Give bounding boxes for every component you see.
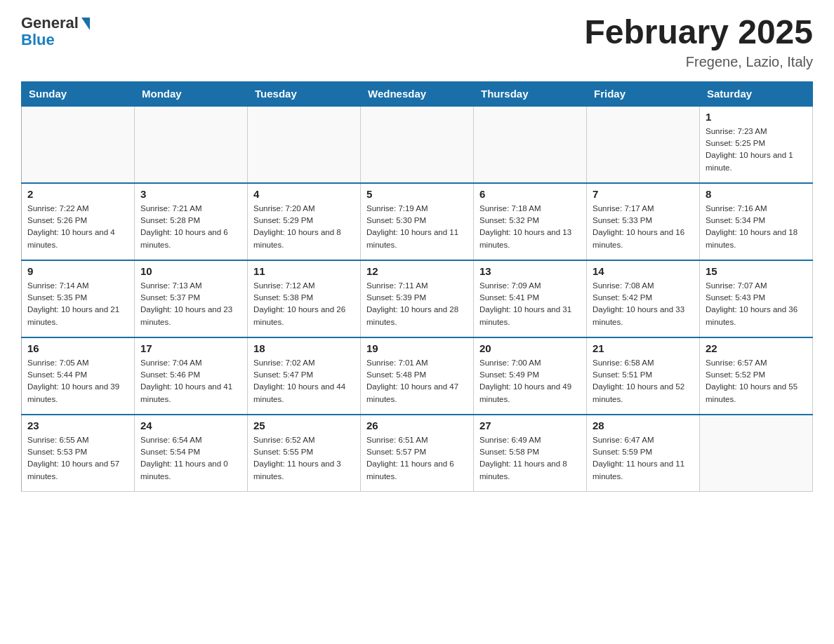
- calendar-cell: 7Sunrise: 7:17 AMSunset: 5:33 PMDaylight…: [587, 183, 700, 260]
- day-info: Sunrise: 6:51 AMSunset: 5:57 PMDaylight:…: [366, 434, 468, 483]
- calendar-cell: [361, 106, 474, 183]
- logo-general: General: [21, 14, 79, 32]
- day-info: Sunrise: 6:52 AMSunset: 5:55 PMDaylight:…: [253, 434, 355, 483]
- day-number: 24: [140, 420, 241, 431]
- day-info: Sunrise: 7:04 AMSunset: 5:46 PMDaylight:…: [140, 357, 241, 405]
- day-number: 10: [140, 265, 241, 277]
- header-thursday: Thursday: [474, 81, 587, 106]
- calendar-cell: 3Sunrise: 7:21 AMSunset: 5:28 PMDaylight…: [135, 183, 248, 260]
- day-info: Sunrise: 7:02 AMSunset: 5:47 PMDaylight:…: [253, 357, 355, 405]
- day-info: Sunrise: 7:13 AMSunset: 5:37 PMDaylight:…: [140, 280, 241, 328]
- day-info: Sunrise: 7:01 AMSunset: 5:48 PMDaylight:…: [366, 357, 468, 405]
- day-number: 4: [253, 188, 355, 200]
- calendar-cell: 2Sunrise: 7:22 AMSunset: 5:26 PMDaylight…: [22, 183, 135, 260]
- calendar-cell: 12Sunrise: 7:11 AMSunset: 5:39 PMDayligh…: [361, 260, 474, 337]
- calendar-cell: [474, 106, 587, 183]
- day-number: 19: [366, 342, 468, 354]
- calendar-cell: 15Sunrise: 7:07 AMSunset: 5:43 PMDayligh…: [700, 260, 813, 337]
- calendar-week-row: 23Sunrise: 6:55 AMSunset: 5:53 PMDayligh…: [22, 415, 813, 492]
- day-number: 17: [140, 342, 241, 354]
- header-sunday: Sunday: [22, 81, 135, 106]
- day-number: 23: [27, 420, 128, 431]
- day-info: Sunrise: 6:47 AMSunset: 5:59 PMDaylight:…: [593, 434, 694, 483]
- header-wednesday: Wednesday: [361, 81, 474, 106]
- day-info: Sunrise: 7:07 AMSunset: 5:43 PMDaylight:…: [706, 280, 807, 328]
- header-tuesday: Tuesday: [248, 81, 361, 106]
- calendar-cell: [22, 106, 135, 183]
- logo-text: General: [21, 14, 90, 32]
- calendar-week-row: 16Sunrise: 7:05 AMSunset: 5:44 PMDayligh…: [22, 337, 813, 415]
- day-info: Sunrise: 7:23 AMSunset: 5:25 PMDaylight:…: [706, 126, 807, 174]
- day-info: Sunrise: 7:08 AMSunset: 5:42 PMDaylight:…: [593, 280, 694, 328]
- calendar-cell: 5Sunrise: 7:19 AMSunset: 5:30 PMDaylight…: [361, 183, 474, 260]
- day-info: Sunrise: 7:11 AMSunset: 5:39 PMDaylight:…: [366, 280, 468, 328]
- day-number: 8: [706, 188, 807, 200]
- header-saturday: Saturday: [700, 81, 813, 106]
- day-number: 22: [706, 342, 807, 354]
- calendar-subtitle: Fregene, Lazio, Italy: [584, 54, 813, 70]
- calendar-cell: 24Sunrise: 6:54 AMSunset: 5:54 PMDayligh…: [135, 415, 248, 492]
- calendar-header-row: SundayMondayTuesdayWednesdayThursdayFrid…: [22, 81, 813, 106]
- day-info: Sunrise: 7:05 AMSunset: 5:44 PMDaylight:…: [27, 357, 128, 405]
- day-number: 18: [253, 342, 355, 354]
- title-section: February 2025 Fregene, Lazio, Italy: [584, 14, 813, 70]
- calendar-cell: 16Sunrise: 7:05 AMSunset: 5:44 PMDayligh…: [22, 337, 135, 415]
- day-number: 14: [593, 265, 694, 277]
- day-info: Sunrise: 6:58 AMSunset: 5:51 PMDaylight:…: [593, 357, 694, 405]
- calendar-title: February 2025: [584, 14, 813, 51]
- day-info: Sunrise: 7:20 AMSunset: 5:29 PMDaylight:…: [253, 203, 355, 251]
- calendar-cell: [700, 415, 813, 492]
- calendar-cell: 4Sunrise: 7:20 AMSunset: 5:29 PMDaylight…: [248, 183, 361, 260]
- calendar-cell: 19Sunrise: 7:01 AMSunset: 5:48 PMDayligh…: [361, 337, 474, 415]
- calendar-cell: 22Sunrise: 6:57 AMSunset: 5:52 PMDayligh…: [700, 337, 813, 415]
- day-number: 25: [253, 420, 355, 431]
- page-header: General Blue February 2025 Fregene, Lazi…: [21, 14, 813, 70]
- day-info: Sunrise: 7:00 AMSunset: 5:49 PMDaylight:…: [479, 357, 581, 405]
- day-number: 2: [27, 188, 128, 200]
- day-number: 20: [479, 342, 581, 354]
- day-number: 26: [366, 420, 468, 431]
- day-number: 27: [479, 420, 581, 431]
- day-info: Sunrise: 7:18 AMSunset: 5:32 PMDaylight:…: [479, 203, 581, 251]
- day-info: Sunrise: 7:16 AMSunset: 5:34 PMDaylight:…: [706, 203, 807, 251]
- day-number: 15: [706, 265, 807, 277]
- header-friday: Friday: [587, 81, 700, 106]
- calendar-cell: [587, 106, 700, 183]
- day-info: Sunrise: 7:21 AMSunset: 5:28 PMDaylight:…: [140, 203, 241, 251]
- day-number: 1: [706, 111, 807, 123]
- day-number: 6: [479, 188, 581, 200]
- day-info: Sunrise: 6:57 AMSunset: 5:52 PMDaylight:…: [706, 357, 807, 405]
- calendar-cell: 13Sunrise: 7:09 AMSunset: 5:41 PMDayligh…: [474, 260, 587, 337]
- day-number: 13: [479, 265, 581, 277]
- day-number: 7: [593, 188, 694, 200]
- logo-arrow-icon: [81, 18, 90, 30]
- calendar-cell: 26Sunrise: 6:51 AMSunset: 5:57 PMDayligh…: [361, 415, 474, 492]
- day-info: Sunrise: 6:54 AMSunset: 5:54 PMDaylight:…: [140, 434, 241, 483]
- day-info: Sunrise: 7:22 AMSunset: 5:26 PMDaylight:…: [27, 203, 128, 251]
- day-info: Sunrise: 7:09 AMSunset: 5:41 PMDaylight:…: [479, 280, 581, 328]
- calendar-cell: 21Sunrise: 6:58 AMSunset: 5:51 PMDayligh…: [587, 337, 700, 415]
- day-info: Sunrise: 7:17 AMSunset: 5:33 PMDaylight:…: [593, 203, 694, 251]
- calendar-cell: 10Sunrise: 7:13 AMSunset: 5:37 PMDayligh…: [135, 260, 248, 337]
- day-number: 5: [366, 188, 468, 200]
- day-info: Sunrise: 7:12 AMSunset: 5:38 PMDaylight:…: [253, 280, 355, 328]
- calendar-cell: [135, 106, 248, 183]
- calendar-cell: 23Sunrise: 6:55 AMSunset: 5:53 PMDayligh…: [22, 415, 135, 492]
- calendar-table: SundayMondayTuesdayWednesdayThursdayFrid…: [21, 81, 813, 492]
- calendar-cell: 14Sunrise: 7:08 AMSunset: 5:42 PMDayligh…: [587, 260, 700, 337]
- calendar-cell: 9Sunrise: 7:14 AMSunset: 5:35 PMDaylight…: [22, 260, 135, 337]
- day-number: 3: [140, 188, 241, 200]
- header-monday: Monday: [135, 81, 248, 106]
- calendar-cell: 20Sunrise: 7:00 AMSunset: 5:49 PMDayligh…: [474, 337, 587, 415]
- calendar-cell: 11Sunrise: 7:12 AMSunset: 5:38 PMDayligh…: [248, 260, 361, 337]
- day-number: 16: [27, 342, 128, 354]
- calendar-cell: 17Sunrise: 7:04 AMSunset: 5:46 PMDayligh…: [135, 337, 248, 415]
- day-number: 21: [593, 342, 694, 354]
- day-info: Sunrise: 7:19 AMSunset: 5:30 PMDaylight:…: [366, 203, 468, 251]
- calendar-cell: 27Sunrise: 6:49 AMSunset: 5:58 PMDayligh…: [474, 415, 587, 492]
- calendar-week-row: 9Sunrise: 7:14 AMSunset: 5:35 PMDaylight…: [22, 260, 813, 337]
- day-info: Sunrise: 6:55 AMSunset: 5:53 PMDaylight:…: [27, 434, 128, 483]
- logo: General Blue: [21, 14, 90, 49]
- day-number: 28: [593, 420, 694, 431]
- calendar-cell: 6Sunrise: 7:18 AMSunset: 5:32 PMDaylight…: [474, 183, 587, 260]
